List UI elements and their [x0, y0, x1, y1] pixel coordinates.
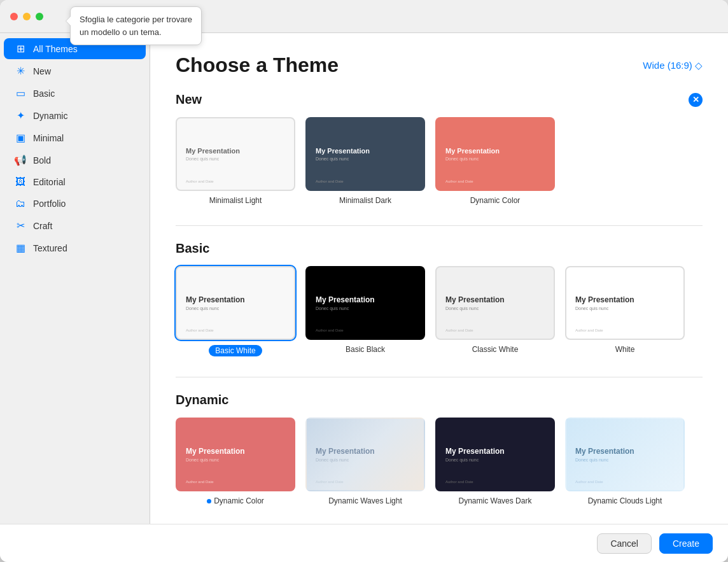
thumb-title: My Presentation — [575, 295, 675, 304]
editorial-icon: 🖼 — [14, 176, 27, 188]
theme-card-waves-light[interactable]: My Presentation Donec quis nunc Author a… — [305, 418, 425, 505]
theme-card-waves-dark[interactable]: My Presentation Donec quis nunc Author a… — [435, 418, 555, 505]
theme-thumbnail-white: My Presentation Donec quis nunc Author a… — [565, 266, 685, 340]
sidebar-item-craft[interactable]: ✂ Craft — [4, 215, 146, 236]
thumb-author: Author and Date — [575, 328, 603, 332]
thumb-subtitle: Donec quis nunc — [316, 306, 415, 311]
section-divider-1 — [176, 225, 703, 226]
thumb-subtitle: Donec quis nunc — [186, 157, 285, 161]
bold-icon: 📢 — [14, 154, 27, 166]
sidebar-item-bold[interactable]: 📢 Bold — [4, 150, 146, 171]
thumb-author: Author and Date — [445, 179, 473, 183]
sidebar-item-minimal[interactable]: ▣ Minimal — [4, 127, 146, 148]
theme-thumbnail-waves-dark: My Presentation Donec quis nunc Author a… — [435, 418, 555, 491]
theme-card-minimalist-light[interactable]: My Presentation Donec quis nunc Author a… — [176, 117, 295, 205]
theme-card-white[interactable]: My Presentation Donec quis nunc Author a… — [565, 266, 685, 356]
asterisk-icon: ✳ — [14, 65, 27, 77]
thumb-subtitle: Donec quis nunc — [575, 306, 675, 311]
sidebar-item-textured[interactable]: ▦ Textured — [4, 237, 146, 258]
craft-icon: ✂ — [14, 220, 27, 232]
dynamic-icon: ✦ — [14, 109, 27, 122]
thumb-title: My Presentation — [316, 147, 415, 155]
dynamic-section-title: Dynamic — [176, 393, 228, 407]
thumb-title: My Presentation — [186, 447, 285, 456]
theme-label-white: White — [615, 345, 635, 354]
sidebar-label-minimal: Minimal — [33, 133, 64, 143]
theme-card-classic-white[interactable]: My Presentation Donec quis nunc Author a… — [435, 266, 555, 356]
active-dot — [207, 499, 211, 503]
basic-section-title: Basic — [176, 241, 209, 256]
dynamic-themes-grid: My Presentation Donec quis nunc Author a… — [176, 418, 703, 505]
theme-thumbnail-basic-black: My Presentation Donec quis nunc Author a… — [305, 266, 425, 340]
minimal-icon: ▣ — [14, 132, 27, 144]
close-button[interactable] — [10, 13, 18, 20]
grid-icon: ⊞ — [14, 43, 27, 55]
thumb-author: Author and Date — [316, 480, 344, 484]
main-window: Sfoglia le categorie per trovare un mode… — [0, 0, 728, 562]
new-section-title: New — [176, 92, 202, 107]
main-header: Choose a Theme Wide (16:9) ◇ — [176, 53, 703, 77]
section-divider-2 — [176, 377, 703, 377]
dynamic-section-header: Dynamic — [176, 393, 703, 407]
dynamic-section: Dynamic My Presentation Donec quis nunc … — [176, 393, 703, 505]
thumb-author: Author and Date — [445, 480, 473, 484]
theme-card-basic-white[interactable]: My Presentation Donec quis nunc Author a… — [176, 266, 295, 356]
sidebar-label-editorial: Editorial — [33, 177, 66, 187]
theme-label-minimalist-dark: Minimalist Dark — [339, 196, 391, 205]
sidebar-item-portfolio[interactable]: 🗂 Portfolio — [4, 193, 146, 214]
theme-card-minimalist-dark[interactable]: My Presentation Donec quis nunc Author a… — [305, 117, 425, 205]
theme-label-waves-light: Dynamic Waves Light — [328, 496, 402, 505]
sidebar-label-craft: Craft — [33, 221, 52, 231]
theme-label-basic-white: Basic White — [209, 345, 262, 356]
thumb-subtitle: Donec quis nunc — [575, 458, 675, 462]
thumb-title: My Presentation — [575, 447, 675, 456]
create-button[interactable]: Create — [659, 533, 713, 554]
theme-thumbnail-classic-white: My Presentation Donec quis nunc Author a… — [435, 266, 555, 340]
thumb-author: Author and Date — [575, 480, 603, 484]
thumb-subtitle: Donec quis nunc — [316, 157, 415, 161]
sidebar: ⊞ All Themes ✳ New ▭ Basic ✦ Dynamic ▣ M… — [0, 33, 150, 524]
theme-thumbnail-minimalist-light: My Presentation Donec quis nunc Author a… — [176, 117, 295, 191]
new-section-header: New ✕ — [176, 92, 703, 107]
fullscreen-button[interactable] — [36, 13, 43, 20]
sidebar-item-dynamic[interactable]: ✦ Dynamic — [4, 105, 146, 126]
close-new-section-button[interactable]: ✕ — [689, 93, 703, 107]
theme-thumbnail-basic-white: My Presentation Donec quis nunc Author a… — [176, 266, 295, 340]
thumb-title: My Presentation — [186, 295, 285, 304]
portfolio-icon: 🗂 — [14, 198, 27, 209]
new-themes-grid: My Presentation Donec quis nunc Author a… — [176, 117, 703, 205]
thumb-subtitle: Donec quis nunc — [445, 458, 545, 462]
theme-thumbnail-dynamic-color2: My Presentation Donec quis nunc Author a… — [176, 418, 295, 491]
theme-card-dynamic-color[interactable]: My Presentation Donec quis nunc Author a… — [176, 418, 295, 505]
main-content: Choose a Theme Wide (16:9) ◇ New ✕ My Pr… — [150, 33, 728, 524]
theme-card-clouds-light[interactable]: My Presentation Donec quis nunc Author a… — [565, 418, 685, 505]
theme-thumbnail-clouds-light: My Presentation Donec quis nunc Author a… — [565, 418, 685, 491]
minimize-button[interactable] — [23, 13, 31, 20]
aspect-ratio-label: Wide (16:9) ◇ — [643, 60, 703, 71]
theme-label-dynamic-color2: Dynamic Color — [207, 496, 264, 505]
thumb-author: Author and Date — [186, 480, 214, 484]
basic-section: Basic My Presentation Donec quis nunc Au… — [176, 241, 703, 356]
sidebar-label-dynamic: Dynamic — [33, 111, 67, 121]
basic-section-header: Basic — [176, 241, 703, 256]
sidebar-item-basic[interactable]: ▭ Basic — [4, 83, 146, 104]
sidebar-label-all-themes: All Themes — [33, 44, 78, 54]
sidebar-item-new[interactable]: ✳ New — [4, 60, 146, 81]
sidebar-label-new: New — [33, 66, 51, 76]
sidebar-item-all-themes[interactable]: ⊞ All Themes — [4, 38, 146, 59]
theme-thumbnail-waves-light: My Presentation Donec quis nunc Author a… — [305, 418, 425, 491]
new-section: New ✕ My Presentation Donec quis nunc Au… — [176, 92, 703, 205]
theme-card-dynamic-color-new[interactable]: My Presentation Donec quis nunc Author a… — [435, 117, 555, 205]
thumb-title: My Presentation — [186, 147, 285, 155]
theme-label-minimalist-light: Minimalist Light — [209, 196, 262, 205]
sidebar-label-basic: Basic — [33, 88, 55, 99]
thumb-subtitle: Donec quis nunc — [186, 458, 285, 462]
theme-label-classic-white: Classic White — [472, 345, 519, 354]
sidebar-item-editorial[interactable]: 🖼 Editorial — [4, 172, 146, 192]
cancel-button[interactable]: Cancel — [597, 533, 652, 554]
thumb-author: Author and Date — [186, 328, 214, 332]
aspect-ratio-selector[interactable]: Wide (16:9) ◇ — [643, 60, 703, 71]
theme-card-basic-black[interactable]: My Presentation Donec quis nunc Author a… — [305, 266, 425, 356]
thumb-title: My Presentation — [445, 447, 545, 456]
bottom-bar: Cancel Create — [0, 524, 728, 562]
